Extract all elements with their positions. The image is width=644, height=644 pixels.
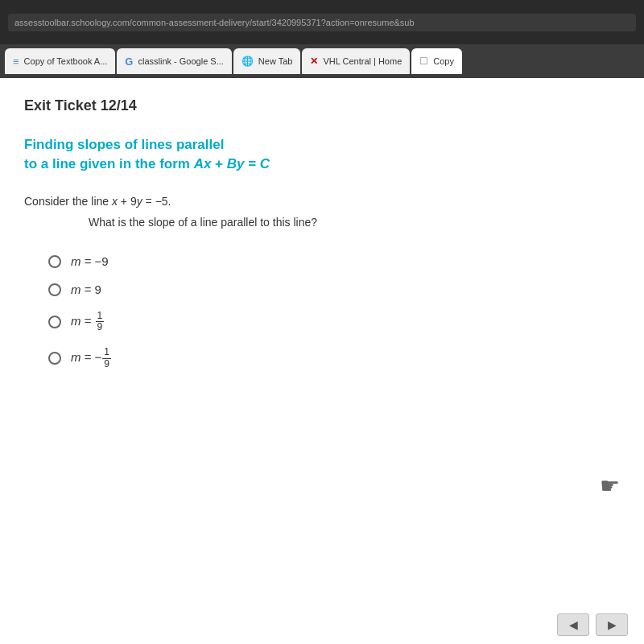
answer-label-1: m = −9 xyxy=(71,254,109,268)
tab-newtab[interactable]: 🌐 New Tab xyxy=(233,48,301,74)
tab-vhl-icon: ✕ xyxy=(310,56,318,67)
radio-1[interactable] xyxy=(48,255,61,268)
bottom-navigation: ◀ ▶ xyxy=(557,613,628,636)
prev-button[interactable]: ◀ xyxy=(557,613,589,636)
tab-textbook-icon: ≡ xyxy=(13,56,19,68)
tab-vhl-label: VHL Central | Home xyxy=(323,56,402,66)
tab-textbook-label: Copy of Textbook A... xyxy=(24,56,108,66)
main-content: Exit Ticket 12/14 Finding slopes of line… xyxy=(0,78,644,644)
answer-label-2: m = 9 xyxy=(71,283,101,296)
radio-2[interactable] xyxy=(48,283,61,296)
tab-classlink[interactable]: G classlink - Google S... xyxy=(117,48,232,74)
tab-classlink-label: classlink - Google S... xyxy=(138,56,223,66)
hand-cursor-icon: ☛ xyxy=(600,473,620,499)
radio-3[interactable] xyxy=(48,316,61,328)
tab-textbook[interactable]: ≡ Copy of Textbook A... xyxy=(5,48,115,74)
tab-copy-label: Copy xyxy=(433,56,454,66)
tab-newtab-icon: 🌐 xyxy=(242,56,254,67)
radio-4[interactable] xyxy=(48,352,61,365)
url-bar[interactable]: assesstoolbar.schoology.com/common-asses… xyxy=(8,14,636,31)
page-title: Exit Ticket 12/14 xyxy=(24,97,620,114)
tab-bar: ≡ Copy of Textbook A... G classlink - Go… xyxy=(0,44,644,78)
answer-option-1[interactable]: m = −9 xyxy=(48,254,620,268)
consider-text: Consider the line x + 9y = −5. xyxy=(24,195,620,208)
tab-copy[interactable]: ☐ Copy xyxy=(411,48,462,74)
answer-options: m = −9 m = 9 m = 19 m = −19 xyxy=(48,254,620,369)
next-button[interactable]: ▶ xyxy=(596,613,628,636)
tab-newtab-label: New Tab xyxy=(258,56,293,66)
url-text: assesstoolbar.schoology.com/common-asses… xyxy=(14,18,415,27)
tab-copy-icon: ☐ xyxy=(419,56,428,67)
what-text: What is the slope of a line parallel to … xyxy=(89,216,620,229)
tab-vhl[interactable]: ✕ VHL Central | Home xyxy=(302,48,410,74)
answer-option-3[interactable]: m = 19 xyxy=(48,311,620,332)
browser-chrome: assesstoolbar.schoology.com/common-asses… xyxy=(0,0,644,44)
answer-option-2[interactable]: m = 9 xyxy=(48,283,620,296)
answer-label-3: m = 19 xyxy=(71,311,105,332)
question-title-line2: to a line given in the form Ax + By = C xyxy=(24,156,620,172)
answer-option-4[interactable]: m = −19 xyxy=(48,347,620,369)
question-title-line1: Finding slopes of lines parallel xyxy=(24,137,620,153)
tab-classlink-icon: G xyxy=(125,56,133,68)
answer-label-4: m = −19 xyxy=(71,347,112,369)
